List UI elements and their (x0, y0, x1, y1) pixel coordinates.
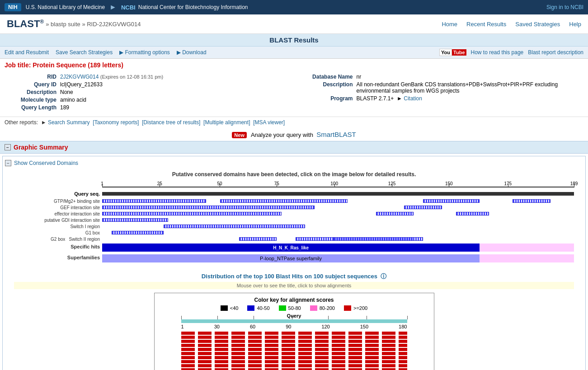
smart-blast-banner: New Analyze your query with SmartBLAST (0, 128, 588, 141)
db-name-row: Database Name nr (303, 74, 582, 80)
query-length-row: Query Length 189 (7, 104, 285, 111)
edit-resubmit-link[interactable]: Edit and Resubmit (5, 49, 49, 56)
ncbi-label: NCBI (121, 4, 136, 11)
superfamilies-row[interactable]: Superfamilies P-loop_NTPase superfamily (102, 253, 574, 263)
toolbar-right: YouTube How to read this page Blast repo… (439, 49, 583, 56)
query-id-label: Query ID (7, 81, 56, 88)
header-navigation: Home Recent Results Saved Strategies Hel… (442, 21, 581, 28)
color-swatch-blue (247, 305, 254, 311)
feature-g2-switchii-row: G2 box Switch II region (102, 236, 574, 242)
feature-effector-row: effector interaction site (102, 211, 574, 217)
other-reports: Other reports: ► Search Summary [Taxonom… (0, 117, 588, 128)
graphic-summary-header[interactable]: − Graphic Summary (0, 141, 588, 154)
feature-gtp-row: GTP/Mg2+ binding site (102, 198, 574, 204)
molecule-value: amino acid (60, 97, 86, 103)
feature-gdi-row: putative GDI interaction site (102, 217, 574, 223)
conserved-domains-collapse-btn[interactable]: − (5, 160, 11, 166)
rid-expires: (Expires on 12-08 16:31 pm) (100, 74, 163, 80)
multiple-alignment-link[interactable]: [Multiple alignment] (203, 119, 250, 126)
query-seq-label: Query seq. (7, 191, 100, 197)
blast-header: BLAST® » blastp suite » RID-2J2KGVWG014 … (0, 14, 588, 34)
toolbar: Edit and Resubmit Save Search Strategies… (0, 47, 588, 59)
rid-label: RID (7, 74, 56, 80)
domain-visualization[interactable]: 1 25 50 75 100 125 150 175 189 Query seq… (5, 181, 583, 263)
color-swatch-pink (310, 305, 317, 311)
color-key-items: <40 40-50 50-80 80-200 >=200 (161, 305, 427, 311)
color-key-box: Color key for alignment scores <40 40-50… (154, 293, 434, 370)
rid-link[interactable]: 2J2KGVWG014 (60, 74, 99, 80)
color-swatch-red (344, 305, 351, 311)
molecule-row: Molecule type amino acid (7, 97, 285, 103)
superfamily-bar[interactable]: P-loop_NTPase superfamily (102, 254, 480, 262)
graphic-summary-collapse-btn[interactable]: − (5, 144, 11, 150)
ncbi-full-name: National Center for Biotechnology Inform… (138, 4, 248, 10)
nlm-text: U.S. National Library of Medicine (26, 4, 105, 10)
nav-help[interactable]: Help (569, 21, 581, 28)
nav-arrow: ► (109, 3, 117, 11)
db-name-label: Database Name (303, 74, 353, 80)
description-value: None (60, 89, 73, 95)
results-title-bar: BLAST Results (0, 34, 588, 47)
specific-hit-extra (480, 244, 574, 252)
distribution-title: Distribution of the top 100 Blast Hits o… (14, 272, 574, 281)
superfamily-extra (480, 254, 574, 262)
nav-saved-strategies[interactable]: Saved Strategies (515, 21, 560, 28)
blast-report-link[interactable]: Blast report description (528, 49, 583, 56)
sign-in-link[interactable]: Sign in to NCBI (546, 4, 583, 10)
nih-logo: NIH (5, 3, 21, 11)
msa-viewer-link[interactable]: [MSA viewer] (253, 119, 285, 126)
distribution-section: Distribution of the top 100 Blast Hits o… (5, 268, 583, 370)
nav-recent-results[interactable]: Recent Results (466, 21, 506, 28)
smart-blast-link[interactable]: SmartBLAST (316, 131, 356, 138)
distance-tree-link[interactable]: [Distance tree of results] (142, 119, 200, 126)
db-description-value: All non-redundant GenBank CDS translatio… (357, 81, 582, 94)
color-key-black: <40 (221, 305, 239, 311)
taxonomy-link[interactable]: [Taxonomy reports] (93, 119, 139, 126)
query-length-label: Query Length (7, 104, 56, 111)
rid-row: RID 2J2KGVWG014 (Expires on 12-08 16:31 … (7, 74, 285, 80)
description-row: Description None (7, 89, 285, 95)
specific-hits-row[interactable]: Specific hits H_N_K_Ras_like (102, 243, 574, 253)
query-id-row: Query ID lcl|Query_212633 (7, 81, 285, 88)
color-key-title: Color key for alignment scores (161, 297, 427, 303)
citation-link[interactable]: Citation (404, 95, 422, 102)
feature-gef-row: GEF interaction site (102, 205, 574, 211)
program-value: BLASTP 2.7.1+ ► Citation (357, 95, 422, 102)
job-title: Job title: Protein Sequence (189 letters… (0, 59, 588, 71)
description-label: Description (7, 89, 56, 95)
query-id-value: lcl|Query_212633 (60, 81, 103, 88)
query-axis-label: Query (161, 313, 427, 318)
formatting-options-link[interactable]: ▶ Formatting options (119, 49, 170, 56)
top-navigation: NIH U.S. National Library of Medicine ► … (0, 0, 588, 14)
specific-hit-bar[interactable]: H_N_K_Ras_like (102, 244, 480, 252)
blast-sup: ® (40, 19, 44, 25)
blast-logo: BLAST® (7, 18, 44, 30)
download-link[interactable]: ▶ Download (177, 49, 207, 56)
db-description-row: Description All non-redundant GenBank CD… (303, 81, 582, 94)
distribution-subtitle: Mouse over to see the title, click to sh… (14, 282, 574, 289)
color-key-blue: 40-50 (247, 305, 269, 311)
info-right: Database Name nr Description All non-red… (303, 74, 582, 112)
show-conserved-domains-link[interactable]: Show Conserved Domains (14, 160, 78, 166)
rid-value: 2J2KGVWG014 (Expires on 12-08 16:31 pm) (60, 74, 163, 80)
graphic-summary-label: Graphic Summary (14, 144, 68, 151)
db-description-label: Description (303, 81, 353, 94)
color-key-red: >=200 (344, 305, 367, 311)
info-section: RID 2J2KGVWG014 (Expires on 12-08 16:31 … (0, 71, 588, 117)
query-length-value: 189 (60, 104, 69, 111)
conserved-domains-panel: − Show Conserved Domains Putative conser… (2, 156, 586, 370)
new-badge: New (232, 132, 247, 138)
search-summary-link[interactable]: Search Summary (48, 119, 90, 126)
db-name-value: nr (357, 74, 362, 80)
query-scale-bar (181, 319, 407, 323)
save-search-link[interactable]: Save Search Strategies (56, 49, 113, 56)
results-title: BLAST Results (269, 36, 318, 44)
superfamilies-label: Superfamilies (7, 255, 100, 260)
info-left: RID 2J2KGVWG014 (Expires on 12-08 16:31 … (7, 74, 285, 112)
domains-note: Putative conserved domains have been det… (5, 168, 583, 181)
color-swatch-green (279, 305, 286, 311)
how-to-read-link[interactable]: How to read this page (471, 49, 524, 56)
nav-home[interactable]: Home (442, 21, 457, 28)
query-seq-bar (102, 192, 574, 196)
smart-blast-text: Analyze your query with (251, 131, 313, 138)
